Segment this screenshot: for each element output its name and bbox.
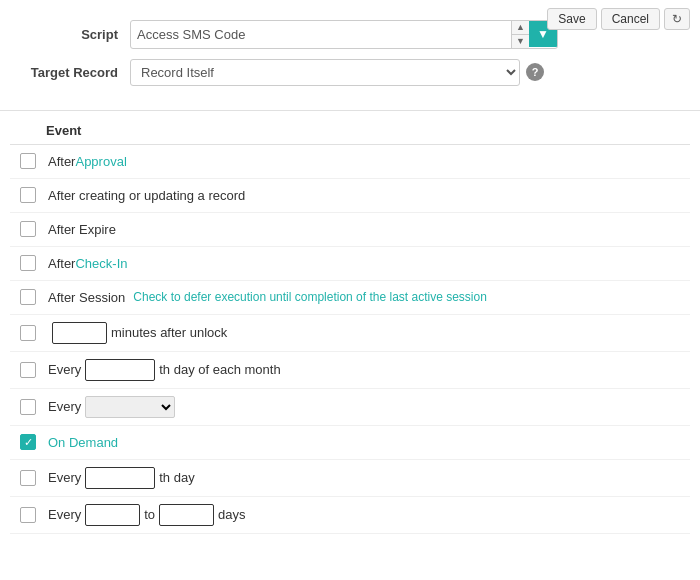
- script-input-wrapper: ▲ ▼ ▼: [130, 20, 558, 49]
- checkbox-after-checkin[interactable]: [20, 255, 36, 271]
- event-row-after-creating: After creating or updating a record: [10, 179, 690, 213]
- checkbox-every-to-days[interactable]: [20, 507, 36, 523]
- spin-up-icon[interactable]: ▲: [512, 21, 529, 35]
- checkbox-after-creating[interactable]: [20, 187, 36, 203]
- checkbox-on-demand[interactable]: [20, 434, 36, 450]
- minutes-input[interactable]: [52, 322, 107, 344]
- after-approval-text-before: After: [48, 154, 75, 169]
- checkin-link[interactable]: Check-In: [75, 256, 127, 271]
- every-to-days-text-days: days: [218, 507, 245, 522]
- event-row-every-select: Every Day Week Month Year: [10, 389, 690, 426]
- checkbox-after-approval[interactable]: [20, 153, 36, 169]
- save-button[interactable]: Save: [547, 8, 596, 30]
- every-day-month-text-after: th day of each month: [159, 362, 280, 377]
- event-row-every-th-day: Every th day: [10, 460, 690, 497]
- target-record-row: Target Record Record Itself ?: [20, 59, 680, 86]
- spin-down-icon[interactable]: ▼: [512, 35, 529, 48]
- session-defer-link[interactable]: Check to defer execution until completio…: [133, 290, 487, 304]
- script-label: Script: [20, 27, 130, 42]
- every-day-month-text-before: Every: [48, 362, 81, 377]
- every-to-days-text-before: Every: [48, 507, 81, 522]
- on-demand-link[interactable]: On Demand: [48, 435, 118, 450]
- target-record-label: Target Record: [20, 65, 130, 80]
- every-select-dropdown[interactable]: Day Week Month Year: [85, 396, 175, 418]
- after-session-text: After Session: [48, 290, 125, 305]
- script-input[interactable]: [131, 23, 511, 46]
- event-row-every-day-month: Every th day of each month: [10, 352, 690, 389]
- after-expire-text: After Expire: [48, 222, 116, 237]
- event-row-minutes-unlock: minutes after unlock: [10, 315, 690, 352]
- target-record-select[interactable]: Record Itself: [130, 59, 520, 86]
- event-row-after-checkin: After Check-In: [10, 247, 690, 281]
- script-spinners: ▲ ▼: [511, 21, 529, 48]
- after-checkin-text-before: After: [48, 256, 75, 271]
- event-section: Event After Approval After creating or u…: [0, 117, 700, 534]
- checkbox-after-session[interactable]: [20, 289, 36, 305]
- event-row-every-to-days: Every to days: [10, 497, 690, 534]
- every-to-days-input1[interactable]: [85, 504, 140, 526]
- checkbox-every-th-day[interactable]: [20, 470, 36, 486]
- event-row-after-expire: After Expire: [10, 213, 690, 247]
- divider: [0, 110, 700, 111]
- checkbox-after-expire[interactable]: [20, 221, 36, 237]
- help-icon[interactable]: ?: [526, 63, 544, 81]
- top-bar: Save Cancel ↻: [547, 8, 690, 30]
- after-creating-text: After creating or updating a record: [48, 188, 245, 203]
- every-th-day-input[interactable]: [85, 467, 155, 489]
- every-to-days-text-to: to: [144, 507, 155, 522]
- day-of-month-input[interactable]: [85, 359, 155, 381]
- checkbox-every-select[interactable]: [20, 399, 36, 415]
- event-row-after-session: After Session Check to defer execution u…: [10, 281, 690, 315]
- every-to-days-input2[interactable]: [159, 504, 214, 526]
- minutes-unlock-text: minutes after unlock: [111, 325, 227, 340]
- refresh-button[interactable]: ↻: [664, 8, 690, 30]
- approval-link[interactable]: Approval: [75, 154, 126, 169]
- every-th-day-text-before: Every: [48, 470, 81, 485]
- checkbox-minutes-unlock[interactable]: [20, 325, 36, 341]
- event-section-header: Event: [10, 117, 690, 145]
- event-row-on-demand: On Demand: [10, 426, 690, 460]
- checkbox-every-day-month[interactable]: [20, 362, 36, 378]
- cancel-button[interactable]: Cancel: [601, 8, 660, 30]
- every-th-day-text-after: th day: [159, 470, 194, 485]
- target-record-wrapper: Record Itself ?: [130, 59, 544, 86]
- event-row-after-approval: After Approval: [10, 145, 690, 179]
- every-select-text-before: Every: [48, 399, 81, 414]
